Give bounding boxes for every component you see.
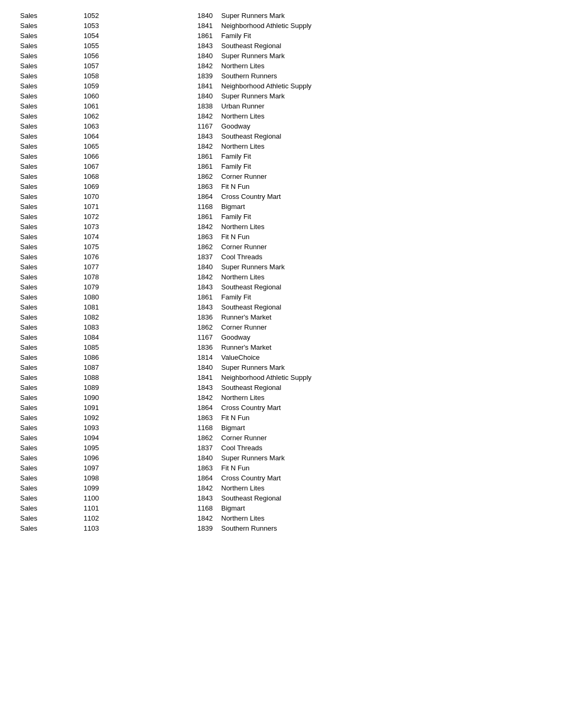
row-name: Northern Lites xyxy=(217,393,546,403)
row-type: Sales xyxy=(16,332,79,342)
row-name: Urban Runner xyxy=(217,101,546,111)
row-num: 1840 xyxy=(175,51,217,61)
table-row: Sales10921863Fit N Fun xyxy=(16,413,546,423)
row-name: Fit N Fun xyxy=(217,232,546,242)
table-row: Sales10891843Southeast Regional xyxy=(16,383,546,393)
table-row: Sales10931168Bigmart xyxy=(16,423,546,433)
row-type: Sales xyxy=(16,141,79,151)
row-num: 1862 xyxy=(175,171,217,181)
row-type: Sales xyxy=(16,322,79,332)
row-id: 1058 xyxy=(79,71,175,81)
row-id: 1054 xyxy=(79,31,175,41)
row-type: Sales xyxy=(16,242,79,252)
row-id: 1092 xyxy=(79,413,175,423)
table-row: Sales10601840Super Runners Mark xyxy=(16,91,546,101)
row-num: 1836 xyxy=(175,342,217,352)
row-id: 1070 xyxy=(79,192,175,202)
row-name: Cool Threads xyxy=(217,252,546,262)
row-type: Sales xyxy=(16,131,79,141)
row-id: 1091 xyxy=(79,403,175,413)
row-id: 1069 xyxy=(79,181,175,192)
row-num: 1841 xyxy=(175,81,217,91)
row-id: 1053 xyxy=(79,21,175,31)
row-name: Bigmart xyxy=(217,503,546,513)
row-type: Sales xyxy=(16,312,79,322)
row-type: Sales xyxy=(16,372,79,383)
row-num: 1168 xyxy=(175,202,217,212)
table-row: Sales10961840Super Runners Mark xyxy=(16,453,546,463)
row-name: Super Runners Mark xyxy=(217,453,546,463)
row-num: 1842 xyxy=(175,141,217,151)
row-num: 1864 xyxy=(175,403,217,413)
row-name: Corner Runner xyxy=(217,322,546,332)
row-num: 1837 xyxy=(175,443,217,453)
row-name: Northern Lites xyxy=(217,61,546,71)
table-row: Sales11021842Northern Lites xyxy=(16,513,546,523)
row-type: Sales xyxy=(16,61,79,71)
row-type: Sales xyxy=(16,252,79,262)
table-row: Sales10631167Goodway xyxy=(16,121,546,131)
row-num: 1839 xyxy=(175,523,217,533)
row-name: Northern Lites xyxy=(217,483,546,493)
row-type: Sales xyxy=(16,423,79,433)
table-row: Sales11001843Southeast Regional xyxy=(16,493,546,503)
row-name: Southeast Regional xyxy=(217,493,546,503)
row-id: 1098 xyxy=(79,473,175,483)
row-num: 1863 xyxy=(175,413,217,423)
row-num: 1843 xyxy=(175,493,217,503)
row-name: Family Fit xyxy=(217,161,546,171)
row-name: Southern Runners xyxy=(217,71,546,81)
row-num: 1861 xyxy=(175,292,217,302)
table-row: Sales10751862Corner Runner xyxy=(16,242,546,252)
row-name: Southeast Regional xyxy=(217,41,546,51)
row-name: Super Runners Mark xyxy=(217,91,546,101)
row-name: Cross Country Mart xyxy=(217,192,546,202)
row-num: 1861 xyxy=(175,212,217,222)
row-id: 1083 xyxy=(79,322,175,332)
row-id: 1055 xyxy=(79,41,175,51)
row-name: Southeast Regional xyxy=(217,282,546,292)
row-type: Sales xyxy=(16,503,79,513)
row-id: 1065 xyxy=(79,141,175,151)
row-id: 1077 xyxy=(79,262,175,272)
row-id: 1061 xyxy=(79,101,175,111)
table-row: Sales10831862Corner Runner xyxy=(16,322,546,332)
row-id: 1056 xyxy=(79,51,175,61)
row-num: 1837 xyxy=(175,252,217,262)
table-row: Sales10781842Northern Lites xyxy=(16,272,546,282)
row-id: 1094 xyxy=(79,433,175,443)
row-num: 1168 xyxy=(175,423,217,433)
row-name: Northern Lites xyxy=(217,141,546,151)
table-row: Sales10841167Goodway xyxy=(16,332,546,342)
row-id: 1078 xyxy=(79,272,175,282)
row-num: 1864 xyxy=(175,192,217,202)
row-id: 1072 xyxy=(79,212,175,222)
row-type: Sales xyxy=(16,292,79,302)
row-name: Fit N Fun xyxy=(217,413,546,423)
row-id: 1081 xyxy=(79,302,175,312)
row-name: Neighborhood Athletic Supply xyxy=(217,21,546,31)
table-row: Sales10991842Northern Lites xyxy=(16,483,546,493)
row-name: Corner Runner xyxy=(217,242,546,252)
row-name: Fit N Fun xyxy=(217,463,546,473)
row-type: Sales xyxy=(16,463,79,473)
table-row: Sales10681862Corner Runner xyxy=(16,171,546,181)
table-row: Sales11011168Bigmart xyxy=(16,503,546,513)
table-row: Sales10971863Fit N Fun xyxy=(16,463,546,473)
table-row: Sales10861814ValueChoice xyxy=(16,352,546,362)
row-id: 1090 xyxy=(79,393,175,403)
row-id: 1079 xyxy=(79,282,175,292)
row-name: Bigmart xyxy=(217,202,546,212)
row-id: 1066 xyxy=(79,151,175,161)
row-num: 1836 xyxy=(175,312,217,322)
row-num: 1838 xyxy=(175,101,217,111)
row-name: Neighborhood Athletic Supply xyxy=(217,81,546,91)
row-num: 1843 xyxy=(175,282,217,292)
row-type: Sales xyxy=(16,232,79,242)
row-name: Neighborhood Athletic Supply xyxy=(217,372,546,383)
row-id: 1071 xyxy=(79,202,175,212)
table-row: Sales11031839Southern Runners xyxy=(16,523,546,533)
table-row: Sales10561840Super Runners Mark xyxy=(16,51,546,61)
row-name: Runner's Market xyxy=(217,342,546,352)
table-row: Sales10521840Super Runners Mark xyxy=(16,11,546,21)
